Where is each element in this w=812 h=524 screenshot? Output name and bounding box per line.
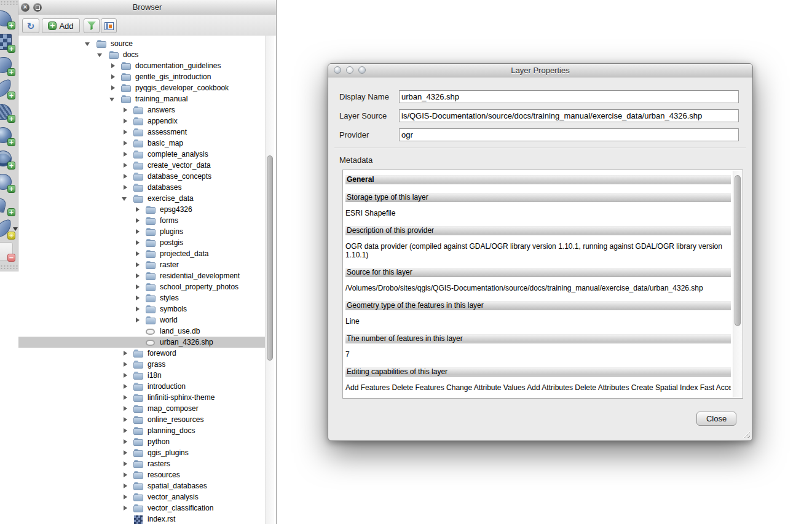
tree-item-plugins[interactable]: plugins — [18, 226, 266, 237]
tree-item-residential_development[interactable]: residential_development — [18, 270, 266, 281]
tree-item-databases[interactable]: databases — [18, 182, 266, 193]
add-raster-layer-button[interactable]: + — [0, 33, 18, 53]
add-spatialite-layer-button[interactable]: + — [0, 80, 18, 100]
resize-grip[interactable] — [743, 431, 750, 438]
disclosure-collapsed-icon[interactable] — [121, 392, 128, 403]
refresh-button[interactable]: ↻ — [22, 18, 39, 33]
tree-item-docs[interactable]: docs — [18, 49, 266, 60]
tree-item-gentle_gis_introduction[interactable]: gentle_gis_introduction — [18, 71, 266, 82]
tree-item-introduction[interactable]: introduction — [18, 381, 266, 392]
disclosure-expanded-icon[interactable] — [97, 49, 104, 60]
tree-item-qgis_plugins[interactable]: qgis_plugins — [18, 447, 266, 458]
tree-item-i18n[interactable]: i18n — [18, 370, 266, 381]
disclosure-collapsed-icon[interactable] — [121, 127, 128, 138]
disclosure-collapsed-icon[interactable] — [133, 248, 141, 259]
tree-item-foreword[interactable]: foreword — [18, 348, 266, 359]
new-spatialite-layer-button[interactable]: ✳ — [0, 220, 18, 240]
disclosure-collapsed-icon[interactable] — [121, 403, 128, 414]
browser-tree-scrollbar[interactable] — [265, 36, 274, 524]
tree-item-rasters[interactable]: rasters — [18, 458, 266, 469]
close-button[interactable]: Close — [696, 412, 736, 426]
properties-widget-button[interactable] — [101, 18, 117, 33]
disclosure-collapsed-icon[interactable] — [133, 281, 141, 292]
disclosure-collapsed-icon[interactable] — [133, 259, 141, 270]
tree-item-answers[interactable]: answers — [18, 104, 266, 115]
tree-item-vector_analysis[interactable]: vector_analysis — [18, 491, 266, 502]
layer-source-input[interactable]: is/QGIS-Documentation/source/docs/traini… — [399, 109, 739, 122]
disclosure-collapsed-icon[interactable] — [121, 381, 128, 392]
metadata-scrollbar[interactable] — [733, 171, 742, 397]
dialog-titlebar[interactable]: Layer Properties — [328, 64, 752, 77]
disclosure-collapsed-icon[interactable] — [121, 436, 128, 447]
disclosure-collapsed-icon[interactable] — [133, 204, 141, 215]
tree-item-basic_map[interactable]: basic_map — [18, 138, 266, 149]
disclosure-expanded-icon[interactable] — [84, 38, 92, 49]
disclosure-collapsed-icon[interactable] — [121, 414, 128, 425]
add-wms-layer-button[interactable]: + — [0, 127, 18, 146]
disclosure-collapsed-icon[interactable] — [121, 425, 128, 436]
tree-item-python[interactable]: python — [18, 436, 266, 447]
add-vector-layer-button[interactable]: + — [0, 10, 18, 29]
disclosure-collapsed-icon[interactable] — [109, 71, 116, 82]
tree-item-projected_data[interactable]: projected_data — [18, 248, 266, 259]
disclosure-collapsed-icon[interactable] — [109, 60, 116, 71]
tree-item-create_vector_data[interactable]: create_vector_data — [18, 160, 266, 171]
tree-item-symbols[interactable]: symbols — [18, 303, 266, 315]
tree-item-source[interactable]: source — [18, 38, 266, 49]
disclosure-collapsed-icon[interactable] — [121, 480, 128, 491]
provider-input[interactable]: ogr — [399, 128, 739, 141]
tree-item-forms[interactable]: forms — [18, 215, 266, 226]
tree-item-urban_4326.shp[interactable]: urban_4326.shp — [18, 337, 266, 348]
tree-item-planning_docs[interactable]: planning_docs — [18, 425, 266, 436]
disclosure-collapsed-icon[interactable] — [133, 292, 141, 303]
disclosure-collapsed-icon[interactable] — [121, 370, 128, 381]
disclosure-expanded-icon[interactable] — [121, 193, 128, 204]
tree-item-complete_analysis[interactable]: complete_analysis — [18, 149, 266, 160]
filter-browser-button[interactable] — [84, 18, 100, 33]
add-wcs-layer-button[interactable]: + — [0, 150, 18, 170]
toolbar-handle-dots[interactable] — [0, 265, 18, 269]
disclosure-collapsed-icon[interactable] — [133, 315, 141, 326]
menu-dropdown-arrow-icon[interactable] — [13, 227, 18, 231]
scrollbar-thumb[interactable] — [267, 155, 273, 361]
disclosure-collapsed-icon[interactable] — [121, 104, 128, 115]
tree-item-map_composer[interactable]: map_composer — [18, 403, 266, 414]
disclosure-collapsed-icon[interactable] — [121, 458, 128, 469]
tree-item-online_resources[interactable]: online_resources — [18, 414, 266, 425]
tree-item-linfiniti-sphinx-theme[interactable]: linfiniti-sphinx-theme — [18, 392, 266, 403]
tree-item-styles[interactable]: styles — [18, 292, 266, 303]
tree-item-raster[interactable]: raster — [18, 259, 266, 270]
disclosure-collapsed-icon[interactable] — [133, 215, 141, 226]
tree-item-training_manual[interactable]: training_manual — [18, 93, 266, 104]
tree-item-resources[interactable]: resources — [18, 469, 266, 480]
disclosure-collapsed-icon[interactable] — [121, 348, 128, 359]
disclosure-collapsed-icon[interactable] — [121, 138, 128, 149]
add-selected-layers-button[interactable]: + Add — [42, 18, 80, 33]
tree-item-land_use.db[interactable]: land_use.db — [18, 326, 266, 337]
remove-layer-button[interactable]: − — [0, 242, 18, 262]
tree-item-epsg4326[interactable]: epsg4326 — [18, 204, 266, 215]
tree-item-postgis[interactable]: postgis — [18, 237, 266, 248]
disclosure-collapsed-icon[interactable] — [133, 226, 141, 237]
tree-item-grass[interactable]: grass — [18, 359, 266, 370]
toolbar-handle-dots[interactable] — [0, 1, 18, 5]
disclosure-collapsed-icon[interactable] — [121, 359, 128, 370]
disclosure-collapsed-icon[interactable] — [121, 171, 128, 182]
disclosure-collapsed-icon[interactable] — [133, 270, 141, 281]
disclosure-collapsed-icon[interactable] — [121, 447, 128, 458]
tree-item-assessment[interactable]: assessment — [18, 127, 266, 138]
tree-item-spatial_databases[interactable]: spatial_databases — [18, 480, 266, 491]
add-mssql-layer-button[interactable]: + — [0, 103, 18, 123]
disclosure-collapsed-icon[interactable] — [121, 160, 128, 171]
disclosure-collapsed-icon[interactable] — [121, 491, 128, 502]
add-postgis-layer-button[interactable]: + — [0, 57, 18, 76]
disclosure-collapsed-icon[interactable] — [133, 303, 141, 315]
disclosure-collapsed-icon[interactable] — [133, 237, 141, 248]
disclosure-collapsed-icon[interactable] — [121, 115, 128, 127]
disclosure-collapsed-icon[interactable] — [121, 149, 128, 160]
add-wfs-layer-button[interactable]: + — [0, 173, 18, 193]
tree-item-appendix[interactable]: appendix — [18, 115, 266, 127]
add-delimited-text-layer-button[interactable]: + — [0, 197, 18, 216]
disclosure-collapsed-icon[interactable] — [121, 469, 128, 480]
tree-item-documentation_guidelines[interactable]: documentation_guidelines — [18, 60, 266, 71]
